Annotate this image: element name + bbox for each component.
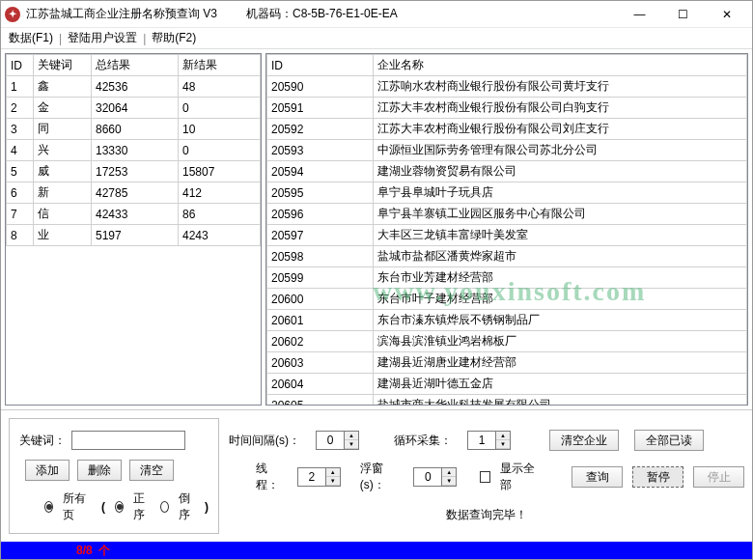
show-all-label: 显示全部: [500, 461, 543, 493]
chevron-up-icon[interactable]: ▲: [326, 468, 340, 477]
table-row[interactable]: 20600东台市叶子建材经营部: [267, 289, 747, 310]
interval-label: 时间间隔(s)：: [229, 433, 300, 449]
chevron-down-icon[interactable]: ▼: [326, 477, 340, 486]
query-button[interactable]: 查询: [572, 466, 623, 488]
app-icon: ✦: [5, 7, 20, 22]
table-row[interactable]: 20596阜宁县羊寨镇工业园区服务中心有限公司: [267, 204, 747, 225]
table-row[interactable]: 5威1725315807: [7, 161, 261, 182]
company-table-panel: www.youxinsoft.com ID企业名称 20590江苏响水农村商业银…: [265, 53, 748, 406]
reverse-label: 倒序: [179, 490, 195, 523]
all-pages-radio[interactable]: [44, 501, 53, 513]
table-row[interactable]: 20594建湖业蓉物资贸易有限公司: [267, 161, 747, 182]
pause-button[interactable]: 暂停: [632, 466, 683, 488]
status-message: 数据查询完毕！: [446, 507, 527, 523]
close-button[interactable]: ✕: [705, 3, 748, 26]
chevron-up-icon[interactable]: ▲: [496, 432, 510, 440]
column-header[interactable]: 关键词: [34, 55, 92, 76]
status-count: 8/8: [76, 544, 93, 557]
table-row[interactable]: 20595阜宁县阜城叶子玩具店: [267, 182, 747, 204]
float-spinner[interactable]: ▲▼: [413, 467, 457, 487]
machine-code: 机器码：C8-5B-76-E1-0E-EA: [246, 6, 398, 22]
column-header[interactable]: 新结果: [179, 55, 261, 76]
menu-separator: |: [143, 32, 146, 45]
keyword-input[interactable]: [71, 431, 185, 450]
menubar: 数据(F1) | 登陆用户设置 | 帮助(F2): [1, 28, 752, 49]
loop-label: 循环采集：: [394, 433, 452, 449]
table-row[interactable]: 20590江苏响水农村商业银行股份有限公司黄圩支行: [267, 76, 747, 98]
keyword-table[interactable]: ID关键词总结果新结果 1鑫42536482金3206403同8660104兴1…: [6, 54, 261, 246]
controls-panel: 关键词： 添加 删除 清空 所有页 ( 正序 倒序 ) 时间间隔(s)：: [1, 409, 752, 542]
column-header[interactable]: ID: [7, 55, 34, 76]
menu-login-settings[interactable]: 登陆用户设置: [66, 30, 139, 46]
company-table[interactable]: ID企业名称 20590江苏响水农村商业银行股份有限公司黄圩支行20591江苏大…: [266, 54, 747, 406]
forward-label: 正序: [133, 490, 150, 523]
menu-separator: |: [59, 32, 62, 45]
keyword-table-panel: ID关键词总结果新结果 1鑫42536482金3206403同8660104兴1…: [5, 53, 262, 406]
chevron-up-icon[interactable]: ▲: [442, 468, 456, 477]
thread-label: 线程：: [256, 461, 288, 493]
reverse-radio[interactable]: [160, 501, 169, 513]
window-title: 江苏盐城工商企业注册名称预查询 V3: [26, 6, 217, 22]
table-row[interactable]: 2金320640: [7, 98, 261, 119]
table-row[interactable]: 20601东台市溱东镇烨辰不锈钢制品厂: [267, 310, 747, 331]
table-row[interactable]: 20592江苏大丰农村商业银行股份有限公司刘庄支行: [267, 119, 747, 140]
menu-data[interactable]: 数据(F1): [7, 30, 55, 46]
float-label: 浮窗(s)：: [360, 461, 404, 493]
interval-spinner[interactable]: ▲▼: [316, 431, 359, 450]
clear-button[interactable]: 清空: [129, 460, 174, 481]
maximize-button[interactable]: ☐: [661, 3, 705, 26]
table-row[interactable]: 20604建湖县近湖叶德五金店: [267, 374, 747, 395]
table-row[interactable]: 20603建湖县近湖唐业建材经营部: [267, 352, 747, 374]
all-read-button[interactable]: 全部已读: [634, 430, 704, 451]
status-suffix: 个: [98, 543, 110, 559]
table-row[interactable]: 20602滨海县滨淮镇业鸿岩棉板厂: [267, 331, 747, 352]
table-row[interactable]: 6新42785412: [7, 182, 261, 204]
chevron-down-icon[interactable]: ▼: [496, 440, 510, 449]
forward-radio[interactable]: [115, 501, 124, 513]
table-row[interactable]: 1鑫4253648: [7, 76, 261, 98]
minimize-button[interactable]: —: [618, 3, 661, 26]
statusbar: 8/8 个: [1, 542, 752, 559]
add-button[interactable]: 添加: [25, 460, 70, 481]
chevron-down-icon[interactable]: ▼: [345, 440, 358, 449]
table-row[interactable]: 20599东台市业芳建材经营部: [267, 267, 747, 289]
loop-spinner[interactable]: ▲▼: [467, 431, 511, 450]
table-row[interactable]: 3同866010: [7, 119, 261, 140]
all-pages-label: 所有页: [63, 490, 88, 523]
column-header[interactable]: 企业名称: [374, 55, 747, 76]
stop-button[interactable]: 停止: [693, 466, 744, 488]
column-header[interactable]: ID: [267, 55, 374, 76]
table-row[interactable]: 8业51974243: [7, 225, 261, 246]
table-row[interactable]: 20598盐城市盐都区潘黄烨家超市: [267, 246, 747, 267]
table-row[interactable]: 7信4243386: [7, 204, 261, 225]
titlebar: ✦ 江苏盐城工商企业注册名称预查询 V3 机器码：C8-5B-76-E1-0E-…: [1, 1, 752, 28]
table-row[interactable]: 20605盐城市商大华业科技发展有限公司: [267, 395, 747, 406]
menu-help[interactable]: 帮助(F2): [150, 30, 198, 46]
column-header[interactable]: 总结果: [92, 55, 179, 76]
table-row[interactable]: 4兴133300: [7, 140, 261, 161]
chevron-up-icon[interactable]: ▲: [345, 432, 358, 440]
delete-button[interactable]: 删除: [77, 460, 122, 481]
show-all-checkbox[interactable]: [480, 471, 490, 483]
table-row[interactable]: 20591江苏大丰农村商业银行股份有限公司白驹支行: [267, 98, 747, 119]
thread-spinner[interactable]: ▲▼: [297, 467, 341, 487]
table-row[interactable]: 20593中源恒业国际劳务管理有限公司苏北分公司: [267, 140, 747, 161]
clear-company-button[interactable]: 清空企业: [549, 430, 619, 451]
keyword-label: 关键词：: [19, 433, 66, 449]
table-row[interactable]: 20597大丰区三龙镇丰富绿叶美发室: [267, 225, 747, 246]
chevron-down-icon[interactable]: ▼: [442, 477, 456, 486]
